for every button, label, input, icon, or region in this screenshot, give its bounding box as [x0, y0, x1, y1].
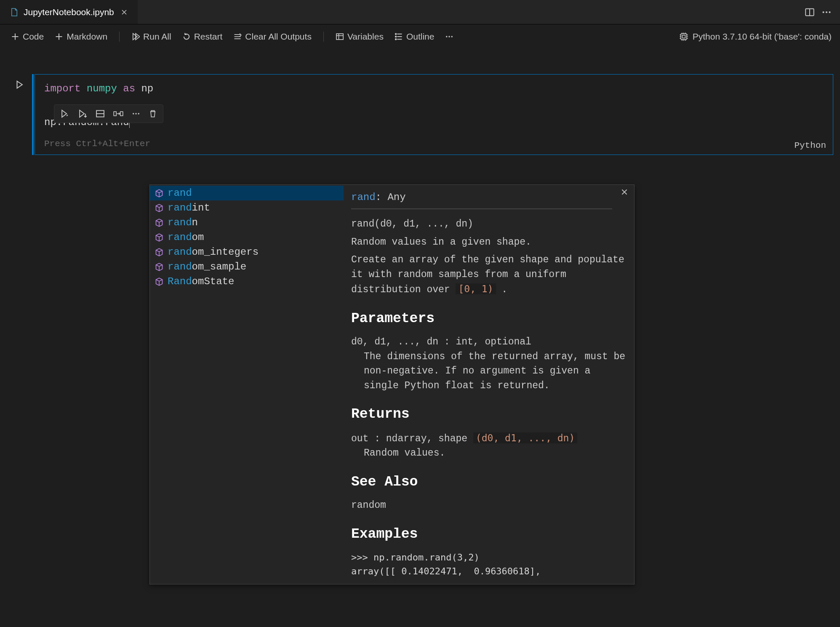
svg-point-18	[138, 113, 140, 115]
variables-button[interactable]: Variables	[333, 30, 386, 43]
suggest-item[interactable]: rand	[150, 186, 344, 200]
separator	[119, 32, 120, 42]
svg-point-8	[446, 36, 448, 37]
svg-rect-15	[120, 112, 123, 116]
svg-point-2	[826, 11, 827, 13]
doc-heading-examples: Examples	[351, 524, 627, 545]
svg-rect-11	[681, 34, 687, 40]
suggest-detail[interactable]: rand: Any rand(d0, d1, ..., dn) Random v…	[344, 185, 634, 584]
svg-point-5	[395, 34, 397, 35]
close-icon[interactable]	[621, 188, 628, 196]
clear-outputs-label: Clear All Outputs	[245, 32, 312, 42]
restart-label: Restart	[194, 32, 223, 42]
svg-point-3	[829, 11, 830, 13]
method-icon	[155, 263, 163, 271]
outline-label: Outline	[406, 32, 435, 42]
doc-params: d0, d1, ..., dn : int, optional The dime…	[351, 335, 627, 393]
cell-more-icon[interactable]	[130, 108, 142, 120]
add-markdown-button[interactable]: Markdown	[52, 30, 110, 43]
suggest-item[interactable]: randint	[150, 200, 344, 215]
tab-filename: JupyterNotebook.ipynb	[24, 7, 114, 17]
svg-point-16	[133, 113, 134, 115]
method-icon	[155, 277, 163, 286]
variables-label: Variables	[347, 32, 384, 42]
split-editor-icon[interactable]	[805, 7, 815, 17]
svg-rect-12	[682, 35, 685, 38]
signature-label: rand: Any	[351, 188, 627, 208]
suggest-item[interactable]: random_integers	[150, 245, 344, 259]
add-code-label: Code	[23, 32, 44, 42]
notebook-toolbar: Code Markdown Run All Restart Clear All …	[0, 24, 840, 49]
svg-point-7	[395, 39, 397, 40]
doc-returns: out : ndarray, shape (d0, d1, ..., dn) R…	[351, 431, 627, 461]
doc-example: >>> np.random.rand(3,2) array([[ 0.14022…	[351, 550, 627, 578]
method-icon	[155, 204, 163, 212]
method-icon	[155, 189, 163, 197]
svg-point-6	[395, 36, 397, 37]
suggest-item[interactable]: randn	[150, 215, 344, 230]
editor-hint: Press Ctrl+Alt+Enter	[44, 139, 150, 149]
method-icon	[155, 233, 163, 242]
suggest-item[interactable]: random_sample	[150, 259, 344, 274]
svg-rect-4	[336, 34, 343, 40]
kernel-selector[interactable]: Python 3.7.10 64-bit ('base': conda)	[679, 32, 832, 42]
cell-toolbar	[54, 104, 163, 123]
suggest-list[interactable]: rand randint randn random random_integer…	[150, 185, 344, 584]
change-cell-type-icon[interactable]	[112, 107, 125, 120]
doc-call-signature: rand(d0, d1, ..., dn)	[351, 217, 627, 232]
method-icon	[155, 219, 163, 227]
restart-button[interactable]: Restart	[180, 30, 225, 43]
cell-focus-indicator	[32, 74, 34, 155]
add-code-button[interactable]: Code	[8, 30, 46, 43]
svg-point-10	[451, 36, 453, 37]
run-all-button[interactable]: Run All	[129, 30, 174, 43]
doc-description: Create an array of the given shape and p…	[351, 253, 627, 297]
clear-outputs-button[interactable]: Clear All Outputs	[231, 30, 314, 43]
run-cell-icon[interactable]	[15, 80, 24, 155]
doc-heading-returns: Returns	[351, 404, 627, 425]
editor-tab[interactable]: JupyterNotebook.ipynb	[0, 0, 138, 24]
delete-cell-icon[interactable]	[147, 108, 159, 120]
close-tab-icon[interactable]	[119, 7, 129, 17]
method-icon	[155, 248, 163, 256]
code-line: import numpy as np	[44, 80, 824, 97]
more-actions-icon[interactable]	[821, 7, 832, 17]
kernel-label: Python 3.7.10 64-bit ('base': conda)	[693, 32, 832, 42]
doc-heading-parameters: Parameters	[351, 308, 627, 329]
add-markdown-label: Markdown	[67, 32, 107, 42]
doc-heading-seealso: See Also	[351, 472, 627, 493]
doc-seealso: random	[351, 498, 627, 513]
outline-button[interactable]: Outline	[392, 30, 437, 43]
cell-language-label[interactable]: Python	[794, 141, 826, 150]
svg-rect-14	[114, 112, 116, 116]
split-cell-icon[interactable]	[94, 107, 107, 120]
notebook-file-icon	[10, 8, 19, 16]
toolbar-more-icon[interactable]	[443, 31, 456, 43]
suggest-item[interactable]: RandomState	[150, 274, 344, 289]
run-all-label: Run All	[143, 32, 171, 42]
doc-summary: Random values in a given shape.	[351, 235, 627, 250]
svg-point-17	[135, 113, 137, 115]
svg-point-1	[822, 11, 824, 13]
svg-point-9	[449, 36, 451, 37]
run-by-line-icon[interactable]	[59, 107, 71, 120]
execute-below-icon[interactable]	[76, 107, 89, 120]
suggest-widget: rand randint randn random random_integer…	[149, 184, 635, 584]
separator	[323, 32, 324, 42]
tab-bar: JupyterNotebook.ipynb	[0, 0, 840, 24]
divider	[351, 208, 612, 209]
suggest-item[interactable]: random	[150, 230, 344, 245]
